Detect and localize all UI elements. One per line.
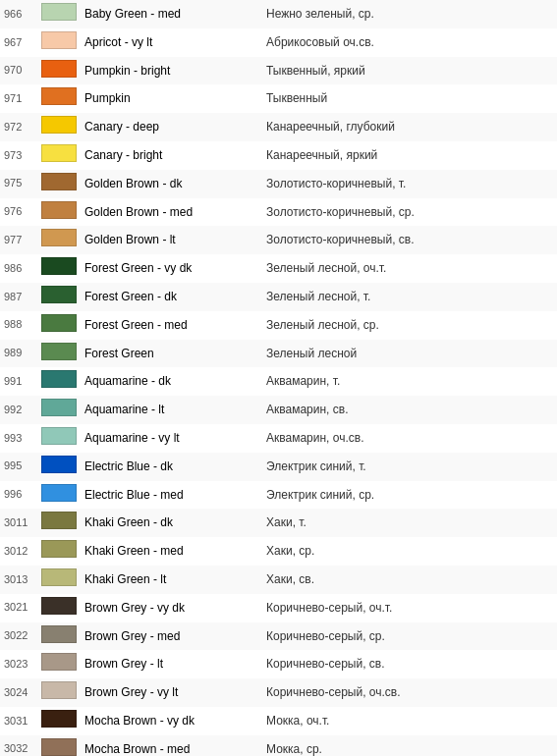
color-name-ru: Нежно зеленый, ср. (262, 0, 557, 28)
table-row: 3032 Mocha Brown - med Мокка, ср. (0, 735, 557, 756)
color-name-ru: Зеленый лесной, т. (262, 283, 557, 311)
color-swatch-cell (37, 198, 81, 227)
table-row: 976 Golden Brown - med Золотисто-коричне… (0, 198, 557, 227)
color-name: Aquamarine - lt (81, 396, 262, 424)
color-name-ru: Золотисто-коричневый, ср. (262, 198, 557, 227)
color-name-ru: Аквамарин, св. (262, 396, 557, 424)
color-name: Canary - deep (81, 113, 262, 141)
color-name: Mocha Brown - med (81, 735, 262, 756)
table-row: 991 Aquamarine - dk Аквамарин, т. (0, 367, 557, 396)
color-id: 3031 (0, 707, 37, 735)
table-row: 3031 Mocha Brown - vy dk Мокка, оч.т. (0, 707, 557, 735)
color-id: 3012 (0, 537, 37, 566)
color-name-ru: Мокка, ср. (262, 735, 557, 756)
color-name-ru: Хаки, св. (262, 566, 557, 594)
color-id: 3022 (0, 622, 37, 651)
color-id: 995 (0, 453, 37, 481)
color-name-ru: Золотисто-коричневый, св. (262, 226, 557, 254)
color-swatch-cell (37, 566, 81, 594)
color-id: 977 (0, 226, 37, 254)
color-swatch (41, 314, 77, 332)
color-swatch (41, 229, 77, 246)
color-swatch (41, 568, 77, 586)
color-swatch (41, 710, 77, 728)
color-name: Baby Green - med (81, 0, 262, 28)
color-id: 970 (0, 57, 37, 85)
color-swatch (41, 257, 77, 275)
table-row: 3023 Brown Grey - lt Коричнево-серый, св… (0, 650, 557, 678)
color-swatch (41, 597, 77, 615)
color-id: 986 (0, 254, 37, 283)
color-name-ru: Тыквенный, яркий (262, 57, 557, 85)
color-swatch (41, 625, 77, 643)
color-swatch (41, 286, 77, 303)
color-id: 992 (0, 396, 37, 424)
color-swatch (41, 60, 77, 78)
color-name: Khaki Green - lt (81, 566, 262, 594)
table-row: 3011 Khaki Green - dk Хаки, т. (0, 509, 557, 537)
color-name-ru: Хаки, ср. (262, 537, 557, 566)
color-swatch (41, 343, 77, 360)
color-swatch-cell (37, 311, 81, 340)
color-swatch-cell (37, 283, 81, 311)
table-row: 995 Electric Blue - dk Электрик синий, т… (0, 453, 557, 481)
color-name: Aquamarine - dk (81, 367, 262, 396)
table-row: 989 Forest Green Зеленый лесной (0, 340, 557, 368)
color-id: 993 (0, 424, 37, 453)
color-name: Electric Blue - med (81, 481, 262, 510)
color-name: Khaki Green - dk (81, 509, 262, 537)
color-id: 3011 (0, 509, 37, 537)
color-swatch (41, 681, 77, 699)
color-swatch (41, 738, 77, 756)
table-row: 986 Forest Green - vy dk Зеленый лесной,… (0, 254, 557, 283)
color-id: 3023 (0, 650, 37, 678)
color-name-ru: Канареечный, яркий (262, 141, 557, 170)
color-name-ru: Аквамарин, т. (262, 367, 557, 396)
color-name-ru: Коричнево-серый, оч.св. (262, 678, 557, 707)
color-swatch-cell (37, 367, 81, 396)
color-swatch-cell (37, 453, 81, 481)
color-swatch (41, 370, 77, 388)
color-name-ru: Коричнево-серый, св. (262, 650, 557, 678)
color-name-ru: Канареечный, глубокий (262, 113, 557, 141)
color-id: 972 (0, 113, 37, 141)
color-name: Brown Grey - vy lt (81, 678, 262, 707)
table-row: 971 Pumpkin Тыквенный (0, 84, 557, 113)
color-id: 987 (0, 283, 37, 311)
color-name-ru: Хаки, т. (262, 509, 557, 537)
table-row: 977 Golden Brown - lt Золотисто-коричнев… (0, 226, 557, 254)
color-name-ru: Электрик синий, т. (262, 453, 557, 481)
color-name-ru: Тыквенный (262, 84, 557, 113)
color-name: Forest Green - dk (81, 283, 262, 311)
color-swatch-cell (37, 707, 81, 735)
table-row: 966 Baby Green - med Нежно зеленый, ср. (0, 0, 557, 28)
table-row: 3022 Brown Grey - med Коричнево-серый, с… (0, 622, 557, 651)
color-name-ru: Аквамарин, оч.св. (262, 424, 557, 453)
color-swatch (41, 144, 77, 162)
color-name: Brown Grey - vy dk (81, 594, 262, 622)
color-swatch (41, 653, 77, 671)
color-name: Electric Blue - dk (81, 453, 262, 481)
color-name-ru: Зеленый лесной, ср. (262, 311, 557, 340)
color-swatch-cell (37, 537, 81, 566)
table-row: 972 Canary - deep Канареечный, глубокий (0, 113, 557, 141)
color-name-ru: Зеленый лесной, оч.т. (262, 254, 557, 283)
color-swatch (41, 399, 77, 416)
color-swatch-cell (37, 340, 81, 368)
color-name-ru: Мокка, оч.т. (262, 707, 557, 735)
color-name-ru: Абрикосовый оч.св. (262, 28, 557, 57)
color-id: 3024 (0, 678, 37, 707)
color-swatch-cell (37, 735, 81, 756)
color-id: 991 (0, 367, 37, 396)
color-id: 975 (0, 170, 37, 198)
color-swatch (41, 87, 77, 105)
color-id: 976 (0, 198, 37, 227)
color-id: 996 (0, 481, 37, 510)
table-row: 996 Electric Blue - med Электрик синий, … (0, 481, 557, 510)
color-swatch-cell (37, 226, 81, 254)
table-row: 970 Pumpkin - bright Тыквенный, яркий (0, 57, 557, 85)
color-id: 3013 (0, 566, 37, 594)
color-name: Apricot - vy lt (81, 28, 262, 57)
color-swatch (41, 116, 77, 134)
color-swatch (41, 173, 77, 190)
